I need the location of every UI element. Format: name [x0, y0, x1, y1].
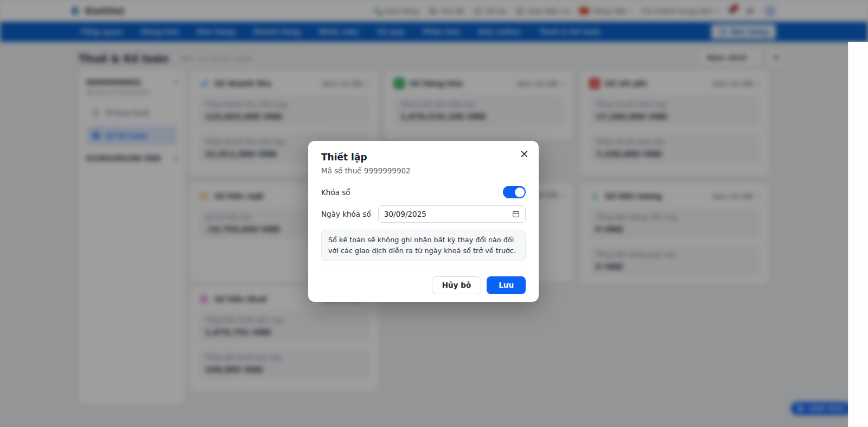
modal-tax-line: Mã số thuế 9999999902 — [321, 166, 526, 175]
lock-note: Sổ kế toán sẽ không ghi nhận bất kỳ thay… — [321, 230, 526, 261]
lock-date-input[interactable] — [384, 210, 508, 218]
calendar-icon[interactable] — [512, 210, 520, 218]
lock-toggle[interactable] — [503, 186, 526, 198]
toggle-knob — [515, 187, 525, 197]
cancel-button[interactable]: Hủy bỏ — [432, 276, 481, 294]
save-button[interactable]: Lưu — [487, 276, 526, 294]
lock-date-field[interactable] — [378, 205, 526, 223]
close-icon[interactable]: × — [519, 148, 529, 160]
modal-title: Thiết lập — [321, 152, 526, 163]
lock-label: Khóa sổ — [321, 188, 378, 197]
settings-modal: Thiết lập Mã số thuế 9999999902 × Khóa s… — [308, 141, 539, 302]
lock-date-label: Ngày khóa sổ — [321, 210, 378, 218]
scrollbar[interactable] — [848, 42, 868, 427]
